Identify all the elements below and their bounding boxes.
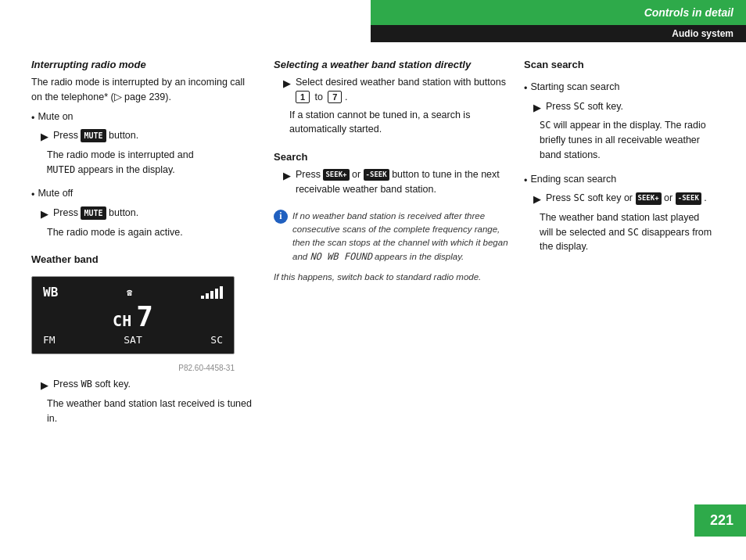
- right-column: Scan search • Starting scan search ▶ Pre…: [524, 59, 715, 513]
- press-wb-content: Press WB soft key.: [53, 377, 258, 392]
- audio-system-label: Audio system: [371, 25, 746, 42]
- search-content: Press SEEK+ or -SEEK button to tune in t…: [296, 167, 508, 197]
- bullet-dot-2: •: [31, 188, 34, 203]
- seek-plus-badge: SEEK+: [323, 169, 349, 181]
- interrupting-title: Interrupting radio mode: [31, 59, 258, 70]
- wb-code: WB: [81, 379, 91, 389]
- mute-off-list: • Mute off: [31, 186, 258, 206]
- mute-list: • Mute on: [31, 109, 258, 129]
- select-station-content: Select desired weather band station with…: [296, 75, 508, 105]
- button-1: 1: [296, 91, 310, 103]
- arrow-icon-4: ▶: [283, 76, 291, 92]
- radio-display: WB ☎ CH 7 FM SAT SC: [31, 276, 235, 354]
- seek-minus-badge-2: -SEEK: [676, 192, 701, 205]
- ending-item: • Ending scan search: [524, 172, 715, 188]
- sc-appear-code: SC: [540, 120, 551, 131]
- info-note: i If no weather band station is received…: [274, 210, 508, 264]
- bar5: [220, 286, 223, 299]
- main-content: Interrupting radio mode The radio mode i…: [31, 59, 715, 513]
- mute-on-press-content: Press MUTE button.: [53, 128, 258, 143]
- radio-sc-label: SC: [210, 334, 223, 346]
- info-note3: If this happens, switch back to standard…: [274, 271, 508, 284]
- press-sc-row-2: ▶ Press SC soft key or SEEK+ or -SEEK .: [533, 191, 715, 207]
- mute-on-result: The radio mode is interrupted and MUTED …: [47, 148, 258, 178]
- info-text: If no weather band station is received a…: [292, 210, 508, 264]
- mute-off-press-row: ▶ Press MUTE button.: [41, 206, 258, 222]
- sc-code-1: SC: [573, 101, 584, 112]
- press-wb-row: ▶ Press WB soft key.: [41, 377, 258, 393]
- press-sc-row: ▶ Press SC soft key.: [533, 99, 715, 116]
- radio-sat-label: SAT: [124, 334, 142, 346]
- arrow-icon-6: ▶: [533, 100, 541, 116]
- sc-code-2: SC: [573, 192, 584, 203]
- seek-minus-badge: -SEEK: [364, 169, 389, 181]
- press-sc-content-2: Press SC soft key or SEEK+ or -SEEK .: [546, 191, 715, 206]
- arrow-icon: ▶: [41, 129, 48, 145]
- header: Controls in detail Audio system: [371, 0, 746, 42]
- interrupting-text: The radio mode is interrupted by an inco…: [31, 75, 258, 105]
- scan-list: • Starting scan search: [524, 80, 715, 99]
- bar4: [215, 289, 218, 299]
- arrow-icon-2: ▶: [41, 206, 48, 222]
- mute-off-result: The radio mode is again active.: [47, 225, 258, 240]
- arrow-icon-3: ▶: [41, 378, 48, 393]
- ending-result: The weather band station last played wil…: [540, 210, 715, 254]
- press-sc-content: Press SC soft key.: [546, 99, 715, 114]
- mute-badge-off: MUTE: [81, 206, 106, 220]
- press-wb-result: The weather band station last received i…: [47, 397, 258, 426]
- no-wb-found-code: NO WB FOUND: [310, 251, 371, 262]
- bar2: [206, 293, 209, 299]
- radio-wb-label: WB: [43, 285, 58, 300]
- cannot-tune-text: If a station cannot be tuned in, a searc…: [289, 108, 508, 138]
- mute-on-item: • Mute on: [31, 109, 258, 126]
- scan-search-title: Scan search: [524, 59, 715, 70]
- bar3: [210, 291, 213, 299]
- bullet-dot: •: [31, 111, 34, 126]
- muted-code: MUTED: [47, 164, 75, 175]
- mute-badge-on: MUTE: [81, 129, 106, 142]
- mute-off-item: • Mute off: [31, 186, 258, 203]
- search-title: Search: [274, 151, 508, 163]
- radio-ch-row: CH 7: [43, 303, 223, 331]
- mute-on-label: Mute on: [38, 109, 73, 124]
- selecting-title: Selecting a weather band station directl…: [274, 59, 508, 70]
- select-station-row: ▶ Select desired weather band station wi…: [283, 75, 508, 105]
- sc-code-3: SC: [628, 227, 639, 238]
- left-column: Interrupting radio mode The radio mode i…: [31, 59, 258, 513]
- button-7: 7: [328, 91, 342, 103]
- starting-label: Starting scan search: [530, 80, 619, 95]
- bullet-dot-3: •: [524, 81, 527, 96]
- ending-label: Ending scan search: [530, 172, 616, 187]
- weather-band-title: Weather band: [31, 253, 258, 265]
- radio-num-label: 7: [136, 303, 153, 331]
- phone-icon: ☎: [127, 287, 132, 298]
- mute-off-press-content: Press MUTE button.: [53, 206, 258, 221]
- arrow-icon-7: ▶: [533, 192, 541, 207]
- arrow-icon-5: ▶: [283, 168, 291, 184]
- signal-bars: [201, 286, 223, 299]
- bar1: [201, 296, 204, 299]
- bullet-dot-4: •: [524, 174, 527, 188]
- sc-appear-text: SC will appear in the display. The radio…: [540, 118, 715, 162]
- radio-caption: P82.60-4458-31: [31, 364, 235, 372]
- mute-on-press-row: ▶ Press MUTE button.: [41, 128, 258, 145]
- radio-top-row: WB ☎: [43, 285, 223, 300]
- ending-list: • Ending scan search: [524, 172, 715, 192]
- mute-off-label: Mute off: [38, 186, 73, 201]
- info-icon: i: [274, 210, 288, 224]
- starting-item: • Starting scan search: [524, 80, 715, 96]
- search-row: ▶ Press SEEK+ or -SEEK button to tune in…: [283, 167, 508, 197]
- radio-bottom-row: FM SAT SC: [43, 334, 223, 346]
- radio-ch-label: CH: [113, 311, 131, 330]
- controls-in-detail-label: Controls in detail: [371, 0, 746, 25]
- seek-plus-badge-2: SEEK+: [636, 192, 662, 205]
- middle-column: Selecting a weather band station directl…: [274, 59, 508, 513]
- radio-fm-label: FM: [43, 334, 56, 346]
